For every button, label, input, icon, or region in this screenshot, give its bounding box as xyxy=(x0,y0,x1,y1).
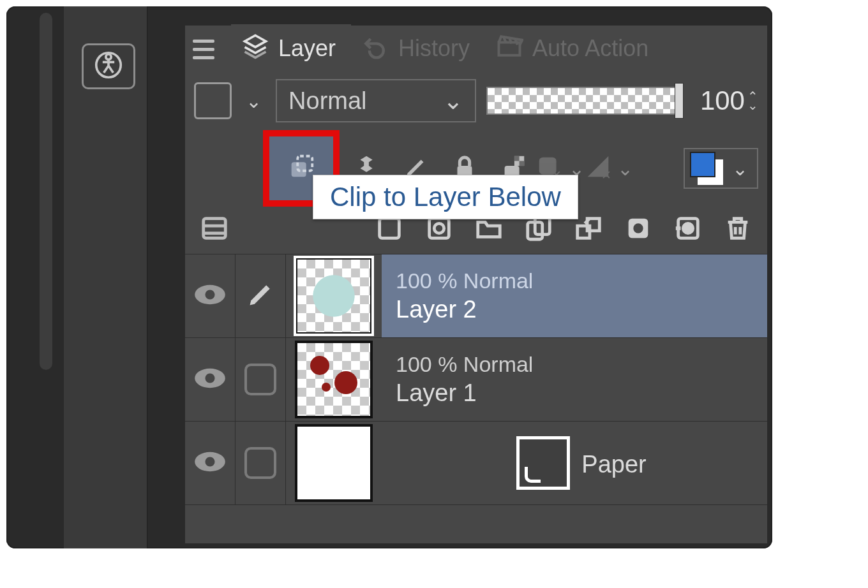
mask-create-icon xyxy=(673,214,703,246)
layer-name: Paper xyxy=(581,451,646,478)
tab-layer-label: Layer xyxy=(278,35,336,62)
eye-icon xyxy=(193,450,227,476)
merge-layer-button[interactable] xyxy=(618,209,659,250)
scroll-edge xyxy=(40,13,52,370)
pose-figure-icon xyxy=(94,51,123,82)
clip-mask-icon xyxy=(287,152,316,184)
layer-opacity-text: 100 % Normal xyxy=(396,352,767,377)
pencil-icon xyxy=(246,281,274,311)
opacity-slider[interactable] xyxy=(486,87,681,115)
layer-list: 100 % Normal Layer 2 xyxy=(185,254,767,505)
layer-name-area[interactable]: 100 % Normal Layer 1 xyxy=(382,338,767,421)
merge-down-icon xyxy=(624,214,653,246)
layer-thumbnail[interactable] xyxy=(286,341,382,418)
palette-color-button[interactable] xyxy=(194,82,232,119)
side-dock xyxy=(64,6,147,548)
tab-auto-action[interactable]: Auto Action xyxy=(485,24,664,74)
clapper-icon xyxy=(495,32,523,66)
layer-panel-frame: Layer History Auto Action xyxy=(6,6,772,548)
svg-point-28 xyxy=(205,373,214,383)
tooltip: Clip to Layer Below xyxy=(313,175,578,219)
layer-color-dropdown[interactable]: ⌄ xyxy=(684,148,758,189)
front-swatch xyxy=(690,152,715,177)
layer-name-area[interactable]: Paper xyxy=(382,422,767,504)
layer-panel: Layer History Auto Action xyxy=(185,26,767,543)
svg-point-24 xyxy=(683,223,692,233)
empty-edit-box xyxy=(244,447,276,479)
tab-auto-action-label: Auto Action xyxy=(532,35,648,62)
visibility-toggle[interactable] xyxy=(185,254,236,337)
transfer-icon xyxy=(574,214,603,246)
delete-layer-button[interactable] xyxy=(717,209,758,250)
layer-name-area[interactable]: 100 % Normal Layer 2 xyxy=(382,254,767,337)
svg-point-0 xyxy=(106,54,111,59)
eye-icon xyxy=(193,283,227,309)
edit-indicator[interactable] xyxy=(236,422,286,504)
layer-name: Layer 2 xyxy=(396,296,767,323)
tab-history[interactable]: History xyxy=(351,24,485,74)
visibility-toggle[interactable] xyxy=(185,422,236,504)
visibility-toggle[interactable] xyxy=(185,338,236,421)
list-view-icon xyxy=(200,214,229,246)
layers-stack-icon xyxy=(241,32,269,66)
opacity-value-stepper[interactable]: 100 ⌃⌄ xyxy=(700,85,758,116)
eye-icon xyxy=(193,367,227,392)
svg-rect-15 xyxy=(430,219,449,239)
panel-tab-bar: Layer History Auto Action xyxy=(185,26,767,73)
tab-history-label: History xyxy=(398,35,470,62)
blend-mode-select[interactable]: Normal ⌄ xyxy=(276,79,476,122)
paper-layer-icon xyxy=(516,436,570,490)
blend-row: ⌄ Normal ⌄ 100 ⌃⌄ xyxy=(185,73,767,125)
ruler-triangle-icon: ✕ xyxy=(584,152,613,184)
layer-thumbnail[interactable] xyxy=(286,424,382,502)
panel-view-button[interactable] xyxy=(194,209,235,250)
layer-action-toolbar: ✕ ⌄ ✕ ⌄ ⌄ Clip to Layer Below xyxy=(185,125,767,207)
opacity-value-text: 100 xyxy=(700,85,745,116)
svg-point-30 xyxy=(205,457,214,466)
svg-point-26 xyxy=(205,290,214,299)
svg-point-16 xyxy=(434,223,444,233)
ruler-enable-dropdown[interactable]: ✕ ⌄ xyxy=(590,148,631,189)
empty-edit-box xyxy=(244,364,276,395)
layer-row[interactable]: 100 % Normal Layer 1 xyxy=(185,338,767,422)
blend-mode-value: Normal xyxy=(288,87,366,115)
chevron-down-icon: ⌄ xyxy=(728,158,752,180)
trash-icon xyxy=(723,214,752,246)
svg-rect-9 xyxy=(520,161,525,166)
svg-rect-14 xyxy=(380,219,400,239)
layer-thumbnail[interactable] xyxy=(286,257,382,335)
undo-history-icon xyxy=(361,32,389,66)
layer-name: Layer 1 xyxy=(396,379,767,407)
panel-menu-button[interactable] xyxy=(189,33,225,65)
pose-tool-button[interactable] xyxy=(82,43,135,89)
svg-rect-13 xyxy=(204,219,226,239)
chevron-down-icon: ⌄ xyxy=(443,87,463,115)
edit-indicator[interactable] xyxy=(236,254,286,337)
layer-opacity-text: 100 % Normal xyxy=(396,268,767,293)
chevron-down-icon: ⌄ xyxy=(613,158,637,180)
svg-point-22 xyxy=(633,223,643,233)
palette-color-chevron-icon[interactable]: ⌄ xyxy=(242,90,266,112)
svg-rect-8 xyxy=(514,156,520,161)
create-mask-button[interactable] xyxy=(668,209,708,250)
tab-layer[interactable]: Layer xyxy=(231,24,351,74)
layer-row[interactable]: 100 % Normal Layer 2 xyxy=(185,254,767,338)
layer-row[interactable]: Paper xyxy=(185,422,767,505)
stepper-arrows-icon: ⌃⌄ xyxy=(747,92,758,110)
svg-text:✕: ✕ xyxy=(601,168,611,182)
edit-indicator[interactable] xyxy=(236,338,286,421)
